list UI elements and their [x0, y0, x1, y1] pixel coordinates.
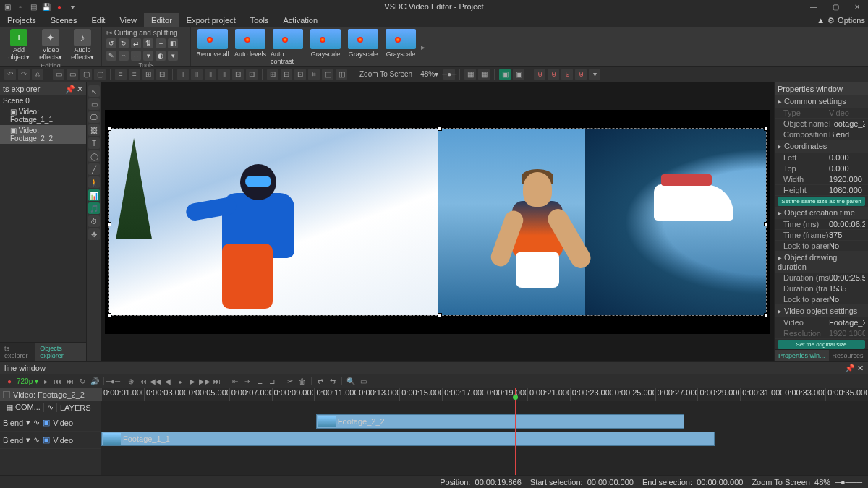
tb-29[interactable]: ⊎ — [548, 69, 559, 80]
vt-shape[interactable]: ◯ — [88, 150, 100, 162]
tool-2[interactable]: ↻ — [119, 38, 129, 48]
tl-del[interactable]: 🗑 — [297, 376, 307, 386]
tb-13[interactable]: ⫴ — [191, 69, 203, 80]
tool-6[interactable]: ◧ — [168, 38, 178, 48]
tb-zoom-slider[interactable]: ─●─ — [443, 69, 455, 80]
tb-10[interactable]: ⊞ — [142, 69, 154, 80]
tb-32[interactable]: ▾ — [589, 69, 600, 80]
tab-objects-explorer[interactable]: Objects explorer — [35, 343, 86, 361]
prop-section-head[interactable]: ▸ Common settings — [775, 95, 868, 108]
tb-9[interactable]: ≡ — [129, 69, 140, 80]
tl-prev[interactable]: ⏮ — [53, 376, 63, 386]
playhead[interactable] — [515, 388, 516, 475]
tb-7[interactable]: ▢ — [94, 69, 106, 80]
timeline-pin-icon[interactable]: 📌 ✕ — [845, 364, 864, 372]
tb-undo[interactable]: ↶ — [4, 69, 16, 80]
prop-action-button[interactable]: Set the same size as the paren — [778, 197, 865, 206]
tl-stepfwd[interactable]: ▶▶ — [200, 376, 210, 386]
tab-com[interactable]: ▦ COM... — [3, 403, 44, 412]
tool-10[interactable]: ▾ — [143, 51, 153, 61]
prop-row[interactable]: Resolution1920 1080 — [775, 328, 868, 339]
tl-loop[interactable]: ↻ — [77, 376, 88, 386]
prop-action-button[interactable]: Set the original size — [778, 340, 865, 349]
tb-16[interactable]: ⊡ — [232, 69, 244, 80]
prop-section-head[interactable]: ▸ Object creation time — [775, 207, 868, 219]
tb-21[interactable]: ⌗ — [308, 69, 320, 80]
vt-cursor[interactable]: ↖ — [88, 85, 100, 97]
prop-row[interactable]: Object nameFootage_2 — [775, 119, 868, 129]
close-panel-icon[interactable]: ✕ — [77, 85, 83, 94]
tl-c2[interactable]: ⊕ — [126, 376, 136, 386]
tl-last[interactable]: ⏭ — [212, 376, 222, 386]
tl-z2[interactable]: ▭ — [358, 376, 368, 386]
tl-play[interactable]: ▸ — [41, 376, 51, 386]
track-1-header[interactable]: Blend ▾∿ ▣Video — [0, 414, 101, 432]
vt-screen[interactable]: 🖵 — [88, 111, 100, 123]
tl-back[interactable]: ◀ — [163, 376, 173, 386]
tl-m3[interactable]: ⊏ — [255, 376, 265, 386]
tl-cut[interactable]: ✂ — [285, 376, 295, 386]
tb-redo[interactable]: ↷ — [18, 69, 30, 80]
save-icon[interactable]: 💾 — [42, 2, 51, 11]
prop-row[interactable]: TypeVideo — [775, 108, 868, 119]
cutting-splitting-heading[interactable]: ✂ Cutting and splitting — [106, 29, 186, 37]
tl-stepback[interactable]: ◀◀ — [150, 376, 161, 386]
prop-row[interactable]: Time (frame)375 — [775, 230, 868, 241]
tb-5[interactable]: ▭ — [67, 69, 78, 80]
tl-fwd[interactable]: ▶ — [187, 376, 197, 386]
menu-editor[interactable]: Editor — [144, 13, 179, 27]
tl-s2[interactable]: ⇆ — [328, 376, 338, 386]
prop-row[interactable]: Duration (fra1535 — [775, 283, 868, 294]
tb-22[interactable]: ◫ — [322, 69, 333, 80]
preview-canvas[interactable] — [101, 82, 774, 361]
tb-12[interactable]: ⫴ — [177, 69, 189, 80]
tool-9[interactable]: {} — [131, 51, 141, 61]
prop-row[interactable]: Width1920.000 — [775, 174, 868, 185]
prop-section-head[interactable]: ▸ Coordinates — [775, 140, 868, 153]
tb-24[interactable]: ▦ — [464, 69, 476, 80]
gear-icon[interactable]: ⚙ — [827, 16, 835, 25]
tb-14[interactable]: ⫵ — [205, 69, 216, 80]
zoom-label[interactable]: Zoom To Screen — [357, 70, 415, 78]
clip-footage-2-2[interactable]: Footage_2_2 — [316, 414, 684, 429]
tb-19[interactable]: ⊟ — [281, 69, 292, 80]
vt-media[interactable]: 🎵 — [88, 202, 100, 214]
add-object-button[interactable]: +Add object▾ — [4, 29, 33, 61]
tb-4[interactable]: ▭ — [53, 69, 64, 80]
prop-row[interactable]: Height1080.000 — [775, 185, 868, 196]
vt-text[interactable]: T — [88, 137, 100, 149]
dropdown-icon[interactable]: ▾ — [68, 2, 77, 11]
tool-12[interactable]: ▾ — [168, 51, 178, 61]
prop-row[interactable]: Lock to parenNo — [775, 294, 868, 305]
tl-res[interactable]: 720p ▾ — [17, 376, 38, 386]
style-grayscale-2[interactable]: Grayscale — [346, 29, 380, 58]
style-more[interactable]: ▸ — [421, 43, 425, 52]
selected-video-object[interactable] — [109, 128, 767, 316]
tl-m4[interactable]: ⊐ — [267, 376, 277, 386]
menu-view[interactable]: View — [112, 13, 144, 27]
record-icon[interactable]: ● — [55, 2, 64, 11]
timeline-tracks[interactable]: 0:00:01.0000:00:03.0000:00:05.0000:00:07… — [101, 388, 868, 475]
menu-projects[interactable]: Projects — [0, 13, 43, 27]
style-remove-all[interactable]: Remove all — [195, 29, 230, 58]
open-icon[interactable]: ▤ — [29, 2, 38, 11]
style-grayscale-1[interactable]: Grayscale — [308, 29, 343, 58]
prop-row[interactable]: VideoFootage_2 — [775, 317, 868, 328]
checkbox[interactable] — [3, 391, 10, 398]
tl-m1[interactable]: ⇤ — [230, 376, 240, 386]
style-auto-contrast[interactable]: Auto contrast — [271, 29, 305, 65]
zoom-value[interactable]: 48%▾ — [417, 70, 441, 78]
tl-first[interactable]: ⏮ — [138, 376, 148, 386]
explorer-item-2[interactable]: ▣ Video: Footage_2_2 — [0, 125, 86, 144]
tb-26[interactable]: ▣ — [499, 69, 511, 80]
tb-18[interactable]: ⊞ — [267, 69, 278, 80]
tl-z1[interactable]: 🔍 — [346, 376, 356, 386]
timeline-ruler[interactable]: 0:00:01.0000:00:03.0000:00:05.0000:00:07… — [101, 388, 868, 401]
video-effects-button[interactable]: ✦Video effects▾ — [36, 29, 65, 61]
prop-section-head[interactable]: ▸ Video object settings — [775, 305, 868, 317]
style-auto-levels[interactable]: Auto levels — [233, 29, 268, 58]
new-icon[interactable]: ▫ — [16, 2, 25, 11]
menu-export[interactable]: Export project — [179, 13, 243, 27]
tab-ts-explorer[interactable]: ts explorer — [0, 343, 35, 361]
menu-edit[interactable]: Edit — [84, 13, 112, 27]
